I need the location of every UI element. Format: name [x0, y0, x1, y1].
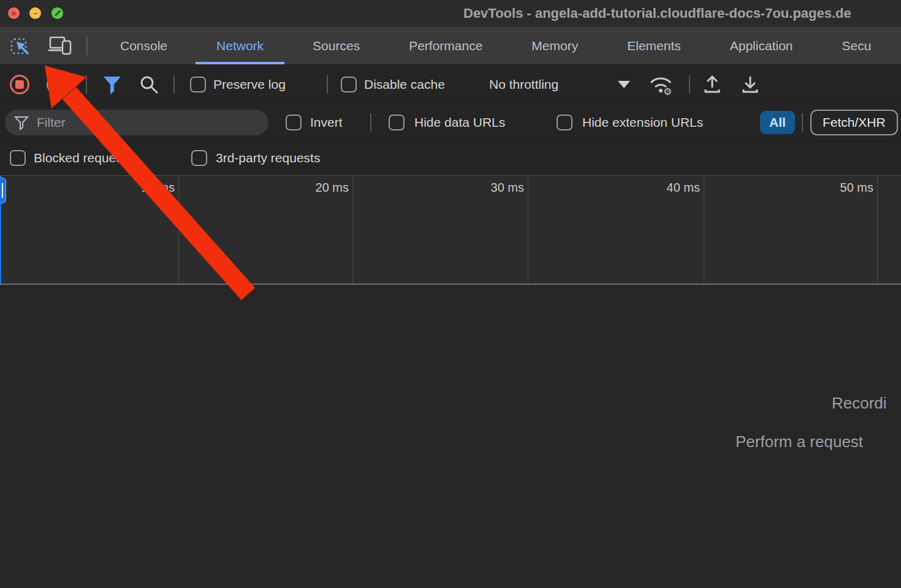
filter-funnel-icon	[102, 74, 123, 96]
window-title: DevTools - angela-add-tutorial.cloudflar…	[463, 6, 851, 21]
search-network-button[interactable]	[139, 74, 159, 95]
recording-status-text: Recordi	[832, 394, 887, 413]
devtools-window: ✕ − DevTools - angela-add-tutorial.cloud…	[0, 0, 901, 588]
inspect-cursor-icon	[10, 36, 32, 58]
search-icon	[139, 74, 159, 95]
timeline-tick-label: 10 ms	[120, 181, 175, 195]
timeline-gridline	[877, 176, 878, 284]
disable-cache-checkbox[interactable]	[341, 77, 357, 92]
preserve-log-checkbox[interactable]	[190, 77, 206, 92]
network-filter-bar: Invert Hide data URLs Hide extension URL…	[0, 104, 901, 141]
toolbar-divider	[370, 113, 371, 132]
clear-icon	[51, 80, 59, 88]
tab-performance[interactable]: Performance	[384, 27, 507, 64]
tab-sources[interactable]: Sources	[288, 27, 384, 64]
toolbar-divider	[327, 75, 328, 94]
hide-data-urls-label: Hide data URLs	[414, 115, 505, 130]
upload-icon	[701, 75, 723, 94]
blocked-requests-checkbox[interactable]	[10, 150, 26, 166]
invert-checkbox[interactable]	[286, 115, 302, 130]
show-filter-bar-button[interactable]	[102, 74, 123, 96]
invert-label: Invert	[310, 115, 343, 130]
timeline-tick-label: 20 ms	[294, 181, 349, 195]
hide-extension-urls-label: Hide extension URLs	[582, 115, 703, 130]
stop-recording-button[interactable]	[10, 75, 29, 94]
network-conditions-button[interactable]: ⚙	[647, 73, 675, 96]
fullscreen-disabled-icon	[54, 10, 60, 16]
toolbar-divider	[173, 75, 175, 94]
request-filters-row: Blocked requests 3rd-party requests	[0, 141, 901, 175]
third-party-requests-label: 3rd-party requests	[216, 151, 320, 165]
toolbar-divider	[802, 113, 803, 132]
hide-data-urls-checkbox[interactable]	[389, 115, 405, 130]
throttling-dropdown-arrow-icon[interactable]	[618, 81, 630, 88]
filter-input-container	[5, 110, 268, 135]
timeline-tick-label: 40 ms	[645, 181, 700, 195]
filter-input[interactable]	[37, 115, 260, 130]
disable-cache-label: Disable cache	[364, 77, 445, 92]
network-toolbar: Preserve log Disable cache No throttling…	[0, 65, 901, 104]
toggle-device-toolbar-button[interactable]	[48, 36, 72, 56]
toolbar-divider	[689, 75, 690, 94]
panel-tabs: Console Network Sources Performance Memo…	[96, 27, 895, 64]
filter-funnel-outline-icon	[13, 115, 29, 130]
handle-grip-icon	[2, 183, 3, 198]
devtools-tab-bar: Console Network Sources Performance Memo…	[0, 27, 901, 65]
minimize-window-button[interactable]: −	[29, 7, 41, 19]
tab-memory[interactable]: Memory	[507, 27, 603, 64]
zoom-window-button[interactable]	[51, 7, 63, 19]
tab-elements[interactable]: Elements	[603, 27, 705, 64]
title-bar: ✕ − DevTools - angela-add-tutorial.cloud…	[0, 0, 901, 27]
timeline-gridline	[352, 176, 353, 284]
hide-extension-urls-checkbox[interactable]	[557, 115, 572, 130]
request-type-chip-fetch-xhr[interactable]: Fetch/XHR	[810, 110, 898, 135]
tab-security[interactable]: Secu	[817, 27, 895, 64]
throttling-select[interactable]: No throttling	[489, 77, 558, 92]
timeline-selection-handle[interactable]	[0, 178, 6, 203]
svg-text:⚙: ⚙	[663, 86, 672, 96]
tab-network[interactable]: Network	[192, 27, 288, 64]
timeline-tick-label: 30 ms	[469, 181, 524, 195]
network-conditions-wifi-icon: ⚙	[647, 73, 675, 96]
import-har-button[interactable]	[701, 75, 723, 94]
tab-console[interactable]: Console	[96, 27, 192, 64]
tab-application[interactable]: Application	[705, 27, 818, 64]
timeline-gridline	[528, 176, 528, 284]
tab-bar-divider	[86, 37, 88, 55]
network-log-empty-area: Recordi Perform a request	[0, 285, 901, 588]
timeline-gridline	[178, 176, 179, 284]
toolbar-divider	[86, 75, 87, 94]
timeline-gridline	[704, 176, 704, 284]
blocked-requests-label: Blocked requests	[34, 151, 132, 165]
record-stop-icon	[15, 80, 24, 89]
close-window-button[interactable]: ✕	[8, 7, 20, 19]
timeline-tick-label: 50 ms	[818, 181, 873, 195]
download-icon	[739, 75, 761, 94]
inspect-element-button[interactable]	[10, 36, 32, 58]
preserve-log-label: Preserve log	[213, 77, 286, 92]
perform-request-hint-text: Perform a request	[736, 432, 863, 451]
request-type-chip-all[interactable]: All	[760, 111, 795, 134]
export-har-button[interactable]	[739, 75, 761, 94]
third-party-requests-checkbox[interactable]	[191, 150, 207, 166]
clear-network-log-button[interactable]	[47, 76, 64, 93]
device-toolbar-icon	[48, 36, 72, 56]
network-overview-timeline[interactable]: 10 ms 20 ms 30 ms 40 ms 50 ms	[0, 175, 901, 285]
